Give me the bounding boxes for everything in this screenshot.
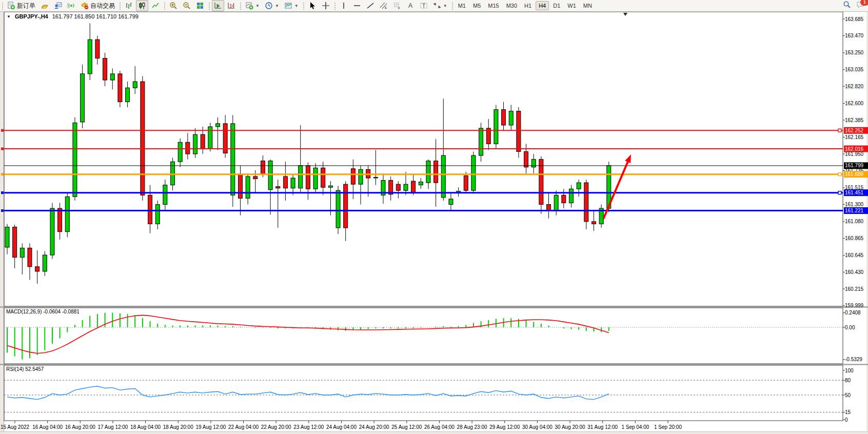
trendline-button[interactable] <box>364 0 377 11</box>
auto-trading-button[interactable]: 自动交易 <box>78 0 117 11</box>
equidistant-channel-button[interactable]: E <box>378 0 390 11</box>
auto-scroll-button[interactable] <box>212 0 224 11</box>
horizontal-line-icon <box>353 2 361 10</box>
svg-text:100: 100 <box>845 368 854 373</box>
toolbar-grip <box>163 2 166 10</box>
svg-text:15: 15 <box>845 409 851 415</box>
svg-text:161.688: 161.688 <box>845 171 864 177</box>
svg-text:161.080: 161.080 <box>845 219 864 224</box>
indicators-icon <box>245 2 253 10</box>
svg-text:15 Aug 2022: 15 Aug 2022 <box>1 424 30 430</box>
timeframe-button-H4[interactable]: H4 <box>536 1 549 10</box>
tile-windows-icon <box>196 2 204 10</box>
timeframe-buttons: M1M5M15M30H1H4D1W1MN <box>455 1 596 10</box>
svg-text:19 Aug 12:00: 19 Aug 12:00 <box>195 424 226 430</box>
chat-button[interactable]: 1 <box>856 1 865 11</box>
chart-shift-button[interactable] <box>225 0 238 11</box>
zoom-in-button[interactable] <box>167 0 180 11</box>
svg-text:E: E <box>385 6 387 9</box>
svg-text:-0.5329: -0.5329 <box>845 357 862 362</box>
svg-text:163.685: 163.685 <box>845 16 864 22</box>
svg-text:80: 80 <box>845 378 851 383</box>
crosshair-button[interactable] <box>320 0 332 11</box>
toolbar-grip <box>119 2 121 10</box>
svg-text:T: T <box>422 3 425 9</box>
new-order-icon <box>7 2 15 10</box>
svg-text:16 Aug 20:00: 16 Aug 20:00 <box>65 424 95 430</box>
text-label-button[interactable]: T <box>418 0 430 11</box>
toolbar-grip <box>333 2 336 10</box>
svg-text:A: A <box>408 2 412 9</box>
svg-text:22 Aug 04:00: 22 Aug 04:00 <box>228 424 259 430</box>
new-order-button[interactable]: 新订单 <box>5 0 37 11</box>
svg-text:0.00: 0.00 <box>845 325 855 330</box>
cursor-button[interactable] <box>306 0 319 11</box>
market-watch-button[interactable] <box>38 0 51 11</box>
data-window-icon <box>54 2 62 10</box>
templates-button[interactable]: ▼ <box>282 0 301 11</box>
svg-text:25 Aug 12:00: 25 Aug 12:00 <box>391 424 422 430</box>
svg-text:160.430: 160.430 <box>845 269 864 275</box>
svg-text:160.215: 160.215 <box>845 286 864 292</box>
data-window-button[interactable] <box>52 0 64 11</box>
candlestick-series <box>5 23 611 284</box>
svg-text:16 Aug 04:00: 16 Aug 04:00 <box>32 424 63 430</box>
timeframe-button-M5[interactable]: M5 <box>470 1 484 10</box>
timeframe-button-M30[interactable]: M30 <box>503 1 520 10</box>
market-watch-icon <box>41 2 49 10</box>
search-icon[interactable] <box>843 1 851 11</box>
rsi-label: RSI(14) 52.5457 <box>6 366 44 372</box>
svg-text:159.999: 159.999 <box>845 303 864 308</box>
svg-text:18 Aug 04:00: 18 Aug 04:00 <box>130 424 161 430</box>
timeframe-button-M1[interactable]: M1 <box>455 1 469 10</box>
arrows-caret: ▼ <box>443 4 447 8</box>
horizontal-line-button[interactable] <box>351 0 363 11</box>
macd-panel: 0.24080.00-0.5329MACD(12,26,9) -0.0604 -… <box>4 309 862 362</box>
cursor-icon <box>308 2 317 10</box>
timeframe-button-D1[interactable]: D1 <box>550 1 563 10</box>
svg-text:161.221: 161.221 <box>845 208 864 213</box>
new-order-label: 新订单 <box>17 2 35 10</box>
svg-text:0: 0 <box>845 417 848 423</box>
main-toolbar: 新订单 自动交易 <box>0 0 868 12</box>
svg-text:162.385: 162.385 <box>845 117 864 123</box>
chart-shift-icon <box>227 2 235 10</box>
chart-area[interactable]: 163.685163.470163.250163.035162.820162.6… <box>0 0 868 434</box>
toolbar-grip <box>1 2 4 10</box>
bar-chart-button[interactable] <box>123 0 135 11</box>
svg-text:24 Aug 04:00: 24 Aug 04:00 <box>326 424 357 430</box>
toolbar-grip <box>208 2 210 10</box>
chart-symbol-period: GBPJPY-,H4 <box>15 13 48 19</box>
chart-ohlc-values: 161.797 161.850 161.710 161.799 <box>52 13 139 19</box>
arrows-button[interactable]: ▼ <box>431 0 449 11</box>
periods-button[interactable]: ▼ <box>263 0 281 11</box>
text-label-icon: T <box>420 2 428 10</box>
text-button[interactable]: A <box>404 0 417 11</box>
timeframe-button-M15[interactable]: M15 <box>485 1 502 10</box>
candlestick-chart-button[interactable] <box>136 0 148 11</box>
auto-trading-label: 自动交易 <box>90 2 115 10</box>
indicators-button[interactable]: ▼ <box>243 0 262 11</box>
tile-windows-button[interactable] <box>194 0 206 11</box>
fibonacci-button[interactable]: F <box>391 0 403 11</box>
zoom-in-icon <box>169 2 177 10</box>
auto-trading-icon <box>81 2 89 10</box>
timeframe-button-H1[interactable]: H1 <box>521 1 535 10</box>
horizontal-level-lines[interactable] <box>1 129 843 212</box>
line-chart-button[interactable] <box>149 0 162 11</box>
svg-text:50: 50 <box>845 392 851 398</box>
timeframe-button-W1[interactable]: W1 <box>564 1 579 10</box>
vertical-line-button[interactable] <box>338 0 350 11</box>
toolbar-grip <box>239 2 242 10</box>
zoom-out-button[interactable] <box>181 0 193 11</box>
svg-text:163.250: 163.250 <box>845 50 864 55</box>
trendline-icon <box>366 2 374 10</box>
svg-text:162.165: 162.165 <box>845 134 864 140</box>
svg-text:26 Aug 04:00: 26 Aug 04:00 <box>424 424 455 430</box>
timeframe-button-MN[interactable]: MN <box>580 1 595 10</box>
navigator-button[interactable] <box>65 0 77 11</box>
svg-text:17 Aug 12:00: 17 Aug 12:00 <box>97 424 128 430</box>
collapse-indicator-icon[interactable]: ▼ <box>7 14 11 19</box>
periods-caret: ▼ <box>275 4 279 8</box>
chart-shift-marker-icon[interactable] <box>623 13 627 16</box>
